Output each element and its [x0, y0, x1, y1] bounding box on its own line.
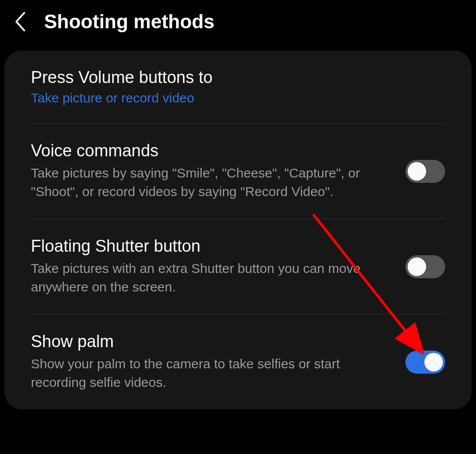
setting-title: Floating Shutter button: [31, 237, 388, 256]
page-title: Shooting methods: [44, 11, 214, 33]
setting-description: Take pictures by saying "Smile", "Cheese…: [31, 164, 388, 201]
setting-subtitle: Take picture or record video: [31, 91, 445, 106]
toggle-knob: [408, 162, 426, 181]
toggle-show-palm[interactable]: [405, 351, 445, 374]
setting-title: Voice commands: [31, 141, 388, 160]
setting-voice-commands[interactable]: Voice commands Take pictures by saying "…: [4, 124, 472, 219]
setting-text: Press Volume buttons to Take picture or …: [31, 68, 445, 106]
setting-title: Press Volume buttons to: [31, 68, 445, 87]
toggle-floating-shutter[interactable]: [405, 255, 445, 278]
setting-volume-buttons[interactable]: Press Volume buttons to Take picture or …: [4, 50, 472, 123]
setting-description: Take pictures with an extra Shutter butt…: [31, 259, 388, 296]
setting-title: Show palm: [31, 332, 388, 351]
toggle-knob: [424, 353, 443, 371]
toggle-knob: [408, 257, 426, 276]
setting-text: Voice commands Take pictures by saying "…: [31, 141, 388, 201]
toggle-voice-commands[interactable]: [405, 160, 445, 183]
header: Shooting methods: [0, 0, 476, 50]
setting-description: Show your palm to the camera to take sel…: [31, 355, 388, 392]
setting-floating-shutter[interactable]: Floating Shutter button Take pictures wi…: [4, 219, 472, 314]
setting-text: Show palm Show your palm to the camera t…: [31, 332, 388, 392]
setting-show-palm[interactable]: Show palm Show your palm to the camera t…: [4, 314, 472, 409]
back-icon[interactable]: [9, 11, 31, 33]
setting-text: Floating Shutter button Take pictures wi…: [31, 237, 388, 296]
settings-card: Press Volume buttons to Take picture or …: [4, 50, 472, 409]
